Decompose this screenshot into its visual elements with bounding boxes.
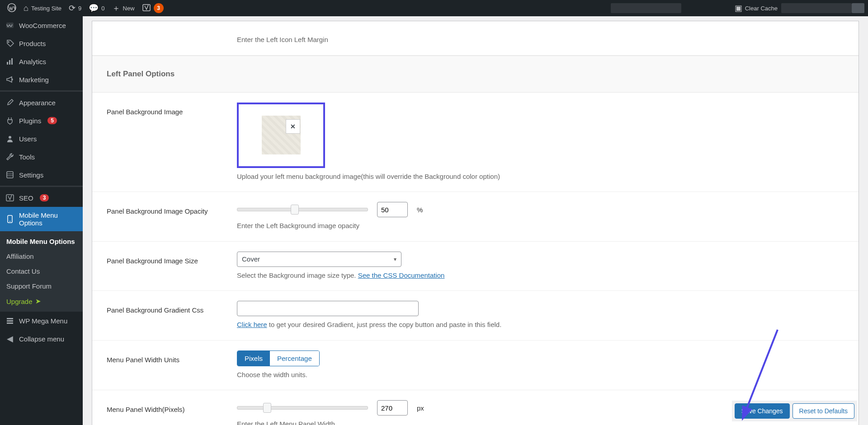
bg-size-selected: Cover [242,255,260,263]
sidebar-item-seo[interactable]: SEO3 [0,186,83,207]
section-title: Left Panel Options [107,70,844,79]
bg-size-desc: Select the Background image size type. S… [237,271,849,281]
yoast-link[interactable]: 3 [138,0,167,16]
clear-cache-link[interactable]: ▣Clear Cache [731,0,781,16]
reset-button[interactable]: Reset to Defaults [793,403,854,419]
svg-rect-15 [7,322,13,324]
sidebar-item-marketing[interactable]: Marketing [0,70,83,89]
sidebar-item-label: SEO [19,194,33,202]
width-unit-percentage[interactable]: Percentage [270,351,319,366]
sidebar-item-plugins[interactable]: Plugins5 [0,112,83,130]
plus-icon: ＋ [112,4,120,12]
updates-link[interactable]: ⟳9 [65,0,85,16]
new-label: New [123,5,135,12]
opacity-slider-thumb[interactable] [291,205,299,215]
opacity-desc: Enter the Left Background image opacity [237,221,849,231]
submenu-item-upgrade[interactable]: Upgrade➤ [0,294,83,309]
site-link[interactable]: ⌂Testing Site [20,0,65,16]
sidebar-count-badge: 5 [47,117,57,124]
gradient-input[interactable] [237,301,419,316]
sidebar-item-woocommerce[interactable]: WooCommerce [0,16,83,34]
yoast-icon [142,3,151,14]
opacity-input[interactable] [377,202,408,217]
submenu-item-contact-us[interactable]: Contact Us [0,264,83,279]
sidebar-item-label: Users [19,135,37,143]
width-slider[interactable] [237,406,368,410]
sidebar-item-label: Appearance [19,99,56,107]
updates-count: 9 [78,5,81,12]
collapse-menu-button[interactable]: ◀ Collapse menu [0,330,83,348]
sidebar-item-users[interactable]: Users [0,130,83,148]
gradient-link[interactable]: Click here [237,321,267,328]
sidebar-item-tools[interactable]: Tools [0,148,83,166]
comments-link[interactable]: 💬0 [85,0,108,16]
yoast-badge: 3 [154,3,164,13]
field-label-bg-image: Panel Background Image [92,93,237,192]
seo-icon [5,193,14,202]
sidebar-item-analytics[interactable]: Analytics [0,52,83,70]
sidebar-item-label: Settings [19,171,43,179]
svg-rect-7 [7,172,13,178]
home-icon: ⌂ [24,4,28,12]
upgrade-arrow-icon: ➤ [35,297,41,305]
field-label-bg-size: Panel Background Image Size [92,242,237,291]
opacity-slider[interactable] [237,208,368,211]
svg-rect-3 [7,62,8,65]
close-icon: ✕ [290,123,296,130]
sidebar-item-appearance[interactable]: Appearance [0,90,83,112]
bg-image-desc: Upload your left menu background image(t… [237,172,849,182]
css-docs-link[interactable]: See the CSS Documentation [358,271,445,279]
refresh-icon: ⟳ [69,4,75,12]
sidebar-item-wp-mega-menu[interactable]: WP Mega Menu [0,312,83,330]
sidebar-item-label: Tools [19,153,35,161]
clear-cache-label: Clear Cache [745,5,778,12]
field-label-width-px: Menu Panel Width(Pixels) [92,390,237,425]
field-label-opacity: Panel Background Image Opacity [92,192,237,241]
sidebar-item-label: Marketing [19,76,49,84]
site-title: Testing Site [31,5,61,12]
sidebar-item-label: Mobile Menu Options [19,211,77,227]
hidden-account[interactable] [781,3,852,13]
chart-icon [5,57,14,66]
bg-size-select[interactable]: Cover [237,252,401,267]
avatar-icon[interactable] [852,3,864,13]
opacity-unit: % [417,206,423,214]
submenu-item-affiliation[interactable]: Affiliation [0,249,83,264]
save-button[interactable]: Save Changes [735,403,790,419]
sidebar-item-products[interactable]: Products [0,34,83,52]
bg-image-uploader[interactable]: ✕ [237,103,325,168]
sidebar-item-label: Products [19,40,46,47]
mobile-icon [5,215,14,224]
width-unit-pixels[interactable]: Pixels [237,351,270,366]
svg-point-6 [9,136,11,139]
field-label-width-units: Menu Panel Width Units [92,341,237,390]
collapse-icon: ◀ [5,334,14,343]
width-unit: px [417,404,424,412]
sidebar-item-label: Analytics [19,58,46,65]
wp-logo[interactable] [4,0,20,16]
svg-rect-13 [7,318,13,319]
hidden-search[interactable] [611,3,681,13]
width-input[interactable] [377,400,408,416]
new-link[interactable]: ＋New [108,0,138,16]
sidebar-item-mobile-menu-options[interactable]: Mobile Menu Options [0,207,83,231]
sidebar-item-settings[interactable]: Settings [0,166,83,184]
gradient-desc: Click here to get your desired Gradient,… [237,320,849,330]
sidebar-count-badge: 3 [40,194,49,201]
remove-image-button[interactable]: ✕ [286,119,300,134]
sidebar-item-label: WooCommerce [19,22,66,29]
panel-section-header: Left Panel Options [92,56,859,93]
megamenu-icon [5,316,14,325]
submenu-item-mobile-menu-options[interactable]: Mobile Menu Options [0,234,83,249]
sidebar-item-label: WP Mega Menu [19,317,67,325]
prev-field-desc: Enter the Left Icon Left Margin [237,35,849,45]
user-icon [5,134,14,143]
svg-rect-4 [9,60,10,65]
megaphone-icon [5,75,14,84]
brush-icon [5,98,14,107]
width-units-group: Pixels Percentage [237,350,320,366]
submenu-item-support-forum[interactable]: Support Forum [0,279,83,294]
svg-rect-14 [7,320,13,322]
width-units-desc: Choose the width units. [237,370,849,380]
width-slider-thumb[interactable] [263,403,271,413]
